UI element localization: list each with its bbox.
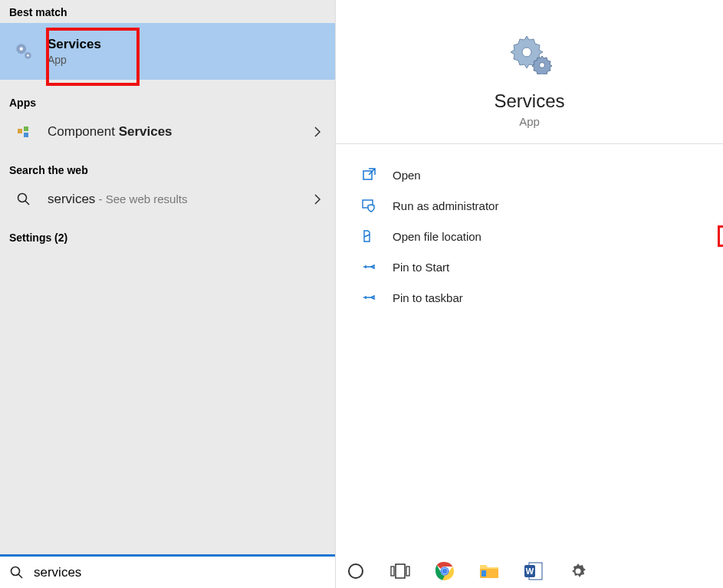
action-open-location-label: Open file location [393,230,481,243]
svg-point-7 [18,194,27,202]
svg-rect-5 [24,126,28,131]
word-icon[interactable]: W [521,559,546,583]
search-web-header: Search the web [0,158,335,181]
apps-item-label: Component Services [48,124,173,140]
settings-icon[interactable] [566,559,590,583]
action-pin-taskbar-label: Pin to taskbar [393,291,463,304]
svg-point-9 [12,567,20,575]
web-item-label: services - See web results [48,192,187,207]
best-match-item-services[interactable]: Services App [0,23,335,80]
action-run-admin-label: Run as administrator [393,199,498,212]
apps-header: Apps [0,90,335,113]
action-pin-start[interactable]: Pin to Start [359,251,723,282]
open-icon [359,166,379,184]
svg-rect-16 [391,567,394,576]
best-match-header: Best match [0,0,335,23]
pin-icon [359,258,379,276]
chevron-right-icon [314,126,321,138]
svg-point-22 [442,568,447,573]
svg-rect-18 [406,567,409,576]
svg-point-3 [27,54,29,57]
taskview-icon[interactable] [388,559,412,583]
action-pin-start-label: Pin to Start [393,261,449,274]
search-results-panel: Best match Services App Apps [0,0,335,588]
settings-header: Settings (2) [0,225,335,248]
cortana-icon[interactable] [343,559,368,583]
web-item-services[interactable]: services - See web results [0,181,335,218]
svg-rect-4 [18,129,22,133]
svg-point-12 [539,63,544,68]
component-services-icon [11,124,37,140]
detail-subtitle: App [519,115,540,128]
svg-point-28 [576,569,581,574]
best-match-subtitle: App [48,54,101,66]
svg-point-2 [20,48,23,51]
search-icon [11,192,37,207]
svg-rect-17 [396,564,405,578]
action-open-label: Open [393,169,421,182]
file-explorer-icon[interactable] [477,559,501,583]
taskbar: W [336,554,723,588]
search-input[interactable] [34,565,327,580]
svg-line-8 [25,201,29,205]
chevron-right-icon [314,193,321,205]
action-run-admin[interactable]: Run as administrator [359,190,723,221]
gears-icon [11,41,37,61]
folder-icon [359,227,379,245]
action-open[interactable]: Open [359,159,723,190]
detail-title: Services [494,90,564,112]
action-open-location[interactable]: Open file location [359,221,723,251]
shield-icon [359,196,379,215]
services-app-icon [503,31,557,77]
pin-icon [359,288,379,307]
action-pin-taskbar[interactable]: Pin to taskbar [359,282,723,313]
svg-rect-24 [481,570,486,577]
search-icon [8,565,26,580]
search-bar[interactable] [0,554,335,588]
detail-panel: Services App Open [335,0,723,588]
svg-point-11 [522,48,531,57]
svg-text:W: W [526,567,534,576]
chrome-icon[interactable] [432,559,457,583]
best-match-title: Services [48,37,101,52]
svg-rect-6 [24,133,28,137]
apps-item-component-services[interactable]: Component Services [0,113,335,150]
svg-point-15 [349,564,363,578]
svg-line-10 [18,574,22,578]
